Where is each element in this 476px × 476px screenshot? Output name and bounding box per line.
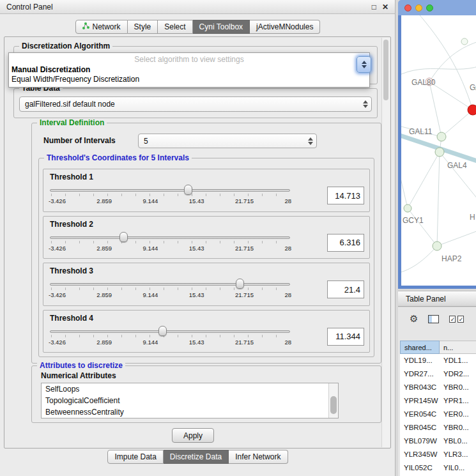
slider-thumb[interactable]: [184, 185, 192, 195]
table-row[interactable]: YPR145W YPR1...: [400, 394, 476, 408]
threshold-slider[interactable]: -3.426 2.859 9.144 15.43 21.715 28: [49, 231, 291, 255]
tab-jactivemnodules[interactable]: jActiveMNodules: [250, 20, 320, 34]
attribute-item[interactable]: TopologicalCoefficient: [42, 395, 338, 406]
table-cell[interactable]: YIL052C: [400, 461, 440, 475]
table-toolbar: ⚙ ✓ ✓: [410, 314, 464, 324]
scale-label: 21.715: [235, 339, 254, 346]
column-header-name[interactable]: n...: [440, 341, 476, 354]
node-label: GCY1: [403, 216, 424, 225]
table-cell[interactable]: YER054C: [400, 408, 440, 421]
node-label: GAL11: [409, 127, 433, 136]
table-cell[interactable]: YDL1...: [440, 354, 476, 367]
node-label: H: [470, 213, 475, 222]
tab-discretize-data[interactable]: Discretize Data: [164, 450, 229, 464]
attributes-group: Attributes to discretize Numerical Attri…: [31, 365, 381, 423]
network-node[interactable]: [404, 204, 411, 212]
table-cell[interactable]: YBL079W: [400, 434, 440, 448]
table-row[interactable]: YDL19... YDL1...: [400, 354, 476, 367]
column-chooser-icon[interactable]: [428, 315, 439, 323]
table-cell[interactable]: YBR043C: [400, 381, 440, 394]
group-title: Interval Definition: [37, 118, 107, 127]
table-cell[interactable]: YDR2...: [440, 367, 476, 381]
table-row[interactable]: YLR345W YLR3...: [400, 448, 476, 461]
network-icon: [82, 22, 89, 31]
table-data-combo[interactable]: galFiltered.sif default node: [19, 96, 372, 112]
table-cell[interactable]: YBL0...: [440, 434, 476, 448]
tab-label: Infer Network: [235, 452, 280, 461]
threshold-value-field[interactable]: 14.713: [327, 187, 364, 204]
scale-label: 28: [284, 197, 291, 204]
list-scrollbar[interactable]: [328, 383, 338, 418]
close-window-icon[interactable]: [404, 4, 411, 12]
table-row[interactable]: YIL052C YIL0...: [400, 461, 476, 475]
select-all-icon[interactable]: ✓ ✓: [449, 316, 464, 323]
threshold-value-field[interactable]: 6.316: [327, 234, 364, 252]
table-cell[interactable]: YIL0...: [440, 461, 476, 475]
network-canvas[interactable]: GAL80 GA GAL11 GAL4 GCY1 HAP2 H: [401, 15, 476, 286]
threshold-value-field[interactable]: 21.4: [327, 280, 364, 298]
slider-thumb[interactable]: [119, 232, 128, 242]
scale-label: 9.144: [143, 291, 158, 298]
tab-select[interactable]: Select: [158, 20, 192, 34]
scale-label: -3.426: [49, 291, 66, 298]
apply-button[interactable]: Apply: [172, 428, 214, 443]
table-cell[interactable]: YLR3...: [440, 448, 476, 461]
threshold-slider[interactable]: -3.426 2.859 9.144 15.43 21.715 28: [49, 183, 291, 208]
stepper-up-icon: [362, 61, 367, 64]
column-header-shared-name[interactable]: shared...: [400, 341, 440, 354]
network-view-window: GAL80 GA GAL11 GAL4 GCY1 HAP2 H: [398, 0, 476, 289]
node-label: GAL4: [447, 161, 467, 170]
table-cell[interactable]: YPR145W: [400, 394, 440, 408]
tab-cyni-toolbox[interactable]: Cyni Toolbox: [193, 20, 250, 34]
table-row[interactable]: YBR045C YBR0...: [400, 421, 476, 434]
threshold-slider[interactable]: -3.426 2.859 9.144 15.43 21.715 28: [49, 325, 291, 349]
scrollbar-thumb[interactable]: [330, 396, 337, 414]
network-node[interactable]: [435, 148, 444, 157]
table-cell[interactable]: YBR045C: [400, 421, 440, 434]
intervals-count-combo[interactable]: 5: [138, 134, 317, 148]
table-cell[interactable]: YER0...: [440, 408, 476, 421]
scale-label: -3.426: [49, 339, 66, 346]
table-cell[interactable]: YDR27...: [400, 367, 440, 381]
node-label: GAL80: [411, 78, 436, 87]
dropdown-option-equal-width[interactable]: Equal Width/Frequency Discretization: [9, 75, 369, 84]
tab-label: Impute Data: [114, 452, 156, 461]
dropdown-option-manual[interactable]: Manual Discretization: [9, 65, 369, 75]
tab-impute-data[interactable]: Impute Data: [107, 450, 163, 464]
algorithm-combo-stepper[interactable]: [357, 56, 371, 73]
tab-infer-network[interactable]: Infer Network: [229, 450, 288, 464]
float-window-icon[interactable]: □: [372, 3, 376, 12]
selected-network-node[interactable]: [468, 105, 476, 115]
table-row[interactable]: YER054C YER0...: [400, 408, 476, 421]
scale-label: 2.859: [96, 245, 112, 252]
attribute-item[interactable]: BetweennessCentrality: [42, 406, 338, 418]
table-row[interactable]: YBR043C YBR0...: [400, 381, 476, 394]
table-panel-title: Table Panel: [406, 295, 446, 303]
table-row[interactable]: YBL079W YBL0...: [400, 434, 476, 448]
network-node[interactable]: [461, 38, 468, 45]
slider-thumb[interactable]: [158, 326, 167, 336]
table-cell[interactable]: YBR0...: [440, 381, 476, 394]
threshold-value-field[interactable]: 11.344: [327, 328, 364, 346]
table-row[interactable]: YDR27... YDR2...: [400, 367, 476, 381]
table-cell[interactable]: YPR1...: [440, 394, 476, 408]
tab-network[interactable]: Network: [75, 20, 128, 34]
threshold-slider[interactable]: -3.426 2.859 9.144 15.43 21.715 28: [49, 277, 291, 302]
slider-scale: -3.426 2.859 9.144 15.43 21.715 28: [49, 339, 291, 346]
slider-thumb[interactable]: [236, 279, 244, 289]
threshold-panel: Threshold 1 -3.426 2.859 9.144: [43, 169, 370, 212]
network-node[interactable]: [437, 132, 446, 141]
table-cell[interactable]: YBR0...: [440, 421, 476, 434]
table-cell[interactable]: YDL19...: [400, 354, 440, 367]
table-cell[interactable]: YLR345W: [400, 448, 440, 461]
close-panel-icon[interactable]: ✕: [382, 3, 388, 12]
attribute-item[interactable]: SelfLoops: [42, 383, 338, 395]
network-node[interactable]: [433, 242, 441, 250]
scrollbar-thumb[interactable]: [383, 40, 388, 100]
minimize-window-icon[interactable]: [415, 4, 422, 12]
tab-style[interactable]: Style: [128, 20, 158, 34]
zoom-window-icon[interactable]: [426, 4, 433, 12]
combo-value: 5: [144, 137, 148, 146]
gear-icon[interactable]: ⚙: [410, 314, 418, 324]
panel-scrollbar[interactable]: [381, 38, 390, 447]
